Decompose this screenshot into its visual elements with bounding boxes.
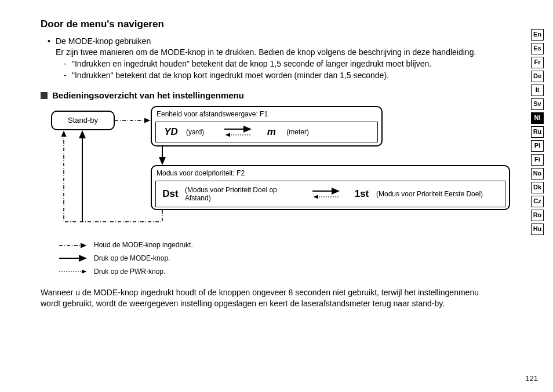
first-label: (Modus voor Prioriteit Eerste Doel)	[376, 190, 483, 198]
sub-item: "Indrukken" betekent dat de knop kort in…	[64, 70, 489, 82]
lang-ro[interactable]: Ro	[531, 210, 544, 221]
f2-title: Modus voor doelprioriteit: F2	[157, 168, 505, 178]
legend-pwr-text: Druk op de PWR-knop.	[94, 267, 165, 277]
standby-box: Stand-by	[51, 111, 115, 130]
legend-row-pwr: Druk op de PWR-knop.	[58, 267, 518, 277]
section-title-text: Bedieningsoverzicht van het instellingen…	[52, 90, 244, 100]
legend-row-hold: Houd de MODE-knop ingedrukt.	[58, 240, 518, 250]
lang-es[interactable]: Es	[531, 43, 544, 54]
f1-arrows	[221, 122, 256, 142]
f1-row: YD (yard) m (meter)	[155, 122, 378, 142]
standby-label: Stand-by	[68, 115, 98, 126]
lang-ru[interactable]: Ru	[531, 126, 544, 138]
square-icon	[41, 92, 48, 99]
lang-pl[interactable]: Pl	[531, 140, 544, 152]
lang-dk[interactable]: Dk	[531, 182, 544, 193]
bullet-body: Er zijn twee manieren om de MODE-knop in…	[56, 47, 476, 57]
first-symbol: 1st	[347, 187, 376, 201]
m-symbol: m	[256, 125, 286, 139]
yd-label: (yard)	[186, 127, 204, 137]
bullet-head: De MODE-knop gebruiken	[56, 36, 151, 46]
lang-fi[interactable]: Fi	[531, 154, 544, 166]
lang-fr[interactable]: Fr	[531, 57, 544, 68]
m-label: (meter)	[286, 127, 309, 137]
legend-mode-text: Druk op de MODE-knop.	[94, 254, 170, 263]
bullet-list: De MODE-knop gebruiken Er zijn twee mani…	[48, 36, 518, 81]
lang-hu[interactable]: Hu	[531, 224, 544, 235]
section-heading: Bedieningsoverzicht van het instellingen…	[41, 89, 518, 101]
dashdot-arrow-icon	[58, 242, 88, 249]
f2-dst-cell: Dst (Modus voor Prioriteit Doel op Afsta…	[156, 181, 307, 207]
f2-group: Modus voor doelprioriteit: F2 Dst (Modus…	[151, 165, 510, 210]
bullet-item: De MODE-knop gebruiken Er zijn twee mani…	[48, 36, 518, 81]
lang-nl[interactable]: Nl	[531, 112, 544, 124]
bidir-arrow-icon	[310, 184, 344, 204]
page: EnEsFrDeItSvNlRuPlFiNoDkCzRoHu Door de m…	[0, 0, 553, 392]
lang-sv[interactable]: Sv	[531, 98, 544, 110]
lang-de[interactable]: De	[531, 71, 544, 82]
flow-diagram: Stand-by Eenheid voor afstandsweergave: …	[46, 106, 518, 233]
legend: Houd de MODE-knop ingedrukt. Druk op de …	[58, 240, 518, 276]
f2-arrows	[307, 181, 347, 207]
f1-group: Eenheid voor afstandsweergave: F1 YD (ya…	[151, 106, 383, 146]
legend-hold-text: Houd de MODE-knop ingedrukt.	[94, 240, 193, 250]
f1-title: Eenheid voor afstandsweergave: F1	[157, 109, 378, 119]
dst-label: (Modus voor Prioriteit Doel op Afstand)	[185, 186, 295, 203]
lang-it[interactable]: It	[531, 85, 544, 96]
page-title: Door de menu's navigeren	[41, 17, 518, 31]
bottom-paragraph: Wanneer u de MODE-knop ingedrukt houdt o…	[41, 287, 518, 310]
dotted-arrow-icon	[58, 268, 88, 275]
solid-arrow-icon	[58, 255, 88, 262]
dst-symbol: Dst	[156, 187, 185, 201]
lang-en[interactable]: En	[531, 29, 544, 41]
page-number: 121	[525, 373, 538, 384]
sub-item: "Indrukken en ingedrukt houden" betekent…	[64, 58, 489, 70]
lang-no[interactable]: No	[531, 168, 544, 179]
lang-cz[interactable]: Cz	[531, 196, 544, 207]
bidir-arrow-icon	[221, 122, 256, 142]
f2-row: Dst (Modus voor Prioriteit Doel op Afsta…	[155, 181, 505, 207]
f2-1st-cell: 1st (Modus voor Prioriteit Eerste Doel)	[347, 181, 505, 207]
legend-row-mode: Druk op de MODE-knop.	[58, 254, 518, 263]
language-sidebar: EnEsFrDeItSvNlRuPlFiNoDkCzRoHu	[531, 29, 544, 235]
yd-symbol: YD	[156, 125, 186, 139]
sub-list: "Indrukken en ingedrukt houden" betekent…	[56, 58, 489, 81]
